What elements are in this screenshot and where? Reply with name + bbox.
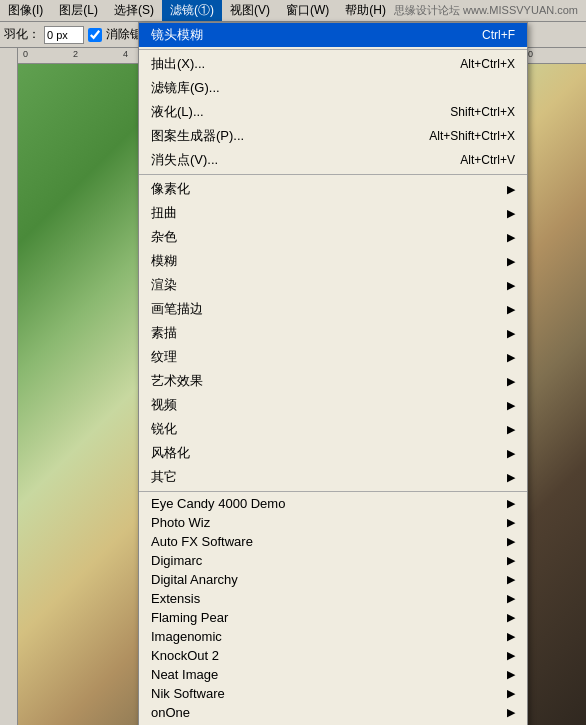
liquify-shortcut: Shift+Ctrl+X [430,105,515,119]
menu-item-stylize[interactable]: 风格化 ▶ [139,441,527,465]
feather-input[interactable] [44,26,84,44]
other-arrow: ▶ [507,471,515,484]
distort-label: 扭曲 [151,204,177,222]
ruler-vertical [0,48,18,725]
menu-item-sketch[interactable]: 素描 ▶ [139,321,527,345]
divider-2 [139,174,527,175]
nik-software-arrow: ▶ [507,687,515,700]
menu-item-extract[interactable]: 抽出(X)... Alt+Ctrl+X [139,52,527,76]
knockout-label: KnockOut 2 [151,648,219,663]
neat-image-label: Neat Image [151,667,218,682]
ruler-mark-0: 0 [23,49,28,59]
menu-item-brush-strokes[interactable]: 画笔描边 ▶ [139,297,527,321]
ruler-mark-4: 4 [123,49,128,59]
menu-item-other[interactable]: 其它 ▶ [139,465,527,489]
flaming-pear-arrow: ▶ [507,611,515,624]
noise-arrow: ▶ [507,231,515,244]
photo-wiz-label: Photo Wiz [151,515,210,530]
pattern-maker-shortcut: Alt+Shift+Ctrl+X [409,129,515,143]
antialias-checkbox[interactable] [88,28,102,42]
divider-3 [139,491,527,492]
menu-item-filter-gallery[interactable]: 滤镜库(G)... [139,76,527,100]
lens-blur-shortcut: Ctrl+F [482,28,515,42]
plugin-onone[interactable]: onOne ▶ [139,703,527,722]
extract-shortcut: Alt+Ctrl+X [440,57,515,71]
menubar-item-view[interactable]: 视图(V) [222,0,278,21]
menubar-item-image[interactable]: 图像(I) [0,0,51,21]
pattern-maker-label: 图案生成器(P)... [151,127,244,145]
menubar-item-window[interactable]: 窗口(W) [278,0,337,21]
eye-candy-arrow: ▶ [507,497,515,510]
menu-item-pixelate[interactable]: 像素化 ▶ [139,177,527,201]
extensis-arrow: ▶ [507,592,515,605]
nik-software-label: Nik Software [151,686,225,701]
plugin-eye-candy[interactable]: Eye Candy 4000 Demo ▶ [139,494,527,513]
filter-gallery-label: 滤镜库(G)... [151,79,220,97]
blur-label: 模糊 [151,252,177,270]
digital-anarchy-label: Digital Anarchy [151,572,238,587]
artistic-label: 艺术效果 [151,372,203,390]
feather-label: 羽化： [4,26,40,43]
menu-item-distort[interactable]: 扭曲 ▶ [139,201,527,225]
menu-item-lens-blur[interactable]: 镜头模糊 Ctrl+F [139,23,527,47]
menu-item-noise[interactable]: 杂色 ▶ [139,225,527,249]
artistic-arrow: ▶ [507,375,515,388]
stylize-arrow: ▶ [507,447,515,460]
menubar: 图像(I) 图层(L) 选择(S) 滤镜(①) 视图(V) 窗口(W) 帮助(H… [0,0,586,22]
blur-arrow: ▶ [507,255,515,268]
extensis-label: Extensis [151,591,200,606]
photo-wiz-arrow: ▶ [507,516,515,529]
eye-candy-label: Eye Candy 4000 Demo [151,496,285,511]
plugin-extensis[interactable]: Extensis ▶ [139,589,527,608]
extract-label: 抽出(X)... [151,55,205,73]
pixelate-arrow: ▶ [507,183,515,196]
menu-item-render[interactable]: 渲染 ▶ [139,273,527,297]
imagenomic-arrow: ▶ [507,630,515,643]
plugin-imagenomic[interactable]: Imagenomic ▶ [139,627,527,646]
menu-item-texture[interactable]: 纹理 ▶ [139,345,527,369]
onone-label: onOne [151,705,190,720]
brush-strokes-label: 画笔描边 [151,300,203,318]
filter-dropdown: 镜头模糊 Ctrl+F 抽出(X)... Alt+Ctrl+X 滤镜库(G)..… [138,22,528,725]
onone-arrow: ▶ [507,706,515,719]
imagenomic-label: Imagenomic [151,629,222,644]
plugin-neat-image[interactable]: Neat Image ▶ [139,665,527,684]
menubar-item-layer[interactable]: 图层(L) [51,0,106,21]
sharpen-arrow: ▶ [507,423,515,436]
menu-item-video[interactable]: 视频 ▶ [139,393,527,417]
plugin-nik-software[interactable]: Nik Software ▶ [139,684,527,703]
liquify-label: 液化(L)... [151,103,204,121]
menu-item-vanishing-point[interactable]: 消失点(V)... Alt+Ctrl+V [139,148,527,172]
brush-strokes-arrow: ▶ [507,303,515,316]
texture-arrow: ▶ [507,351,515,364]
video-label: 视频 [151,396,177,414]
distort-arrow: ▶ [507,207,515,220]
plugin-auto-fx[interactable]: Auto FX Software ▶ [139,532,527,551]
plugin-flaming-pear[interactable]: Flaming Pear ▶ [139,608,527,627]
plugin-digimarc[interactable]: Digimarc ▶ [139,551,527,570]
watermark: 思缘设计论坛 www.MISSVYUAN.com [394,3,586,18]
menu-item-sharpen[interactable]: 锐化 ▶ [139,417,527,441]
menubar-item-help[interactable]: 帮助(H) [337,0,394,21]
vanishing-point-shortcut: Alt+Ctrl+V [440,153,515,167]
neat-image-arrow: ▶ [507,668,515,681]
video-arrow: ▶ [507,399,515,412]
sketch-arrow: ▶ [507,327,515,340]
render-label: 渲染 [151,276,177,294]
auto-fx-label: Auto FX Software [151,534,253,549]
menubar-item-select[interactable]: 选择(S) [106,0,162,21]
pixelate-label: 像素化 [151,180,190,198]
texture-label: 纹理 [151,348,177,366]
menubar-item-filter[interactable]: 滤镜(①) [162,0,222,21]
plugin-digital-anarchy[interactable]: Digital Anarchy ▶ [139,570,527,589]
knockout-arrow: ▶ [507,649,515,662]
menu-item-blur[interactable]: 模糊 ▶ [139,249,527,273]
flaming-pear-label: Flaming Pear [151,610,228,625]
plugin-knockout[interactable]: KnockOut 2 ▶ [139,646,527,665]
menu-item-liquify[interactable]: 液化(L)... Shift+Ctrl+X [139,100,527,124]
lens-blur-label: 镜头模糊 [151,26,203,44]
plugin-photo-wiz[interactable]: Photo Wiz ▶ [139,513,527,532]
menu-item-artistic[interactable]: 艺术效果 ▶ [139,369,527,393]
menu-item-pattern-maker[interactable]: 图案生成器(P)... Alt+Shift+Ctrl+X [139,124,527,148]
digital-anarchy-arrow: ▶ [507,573,515,586]
